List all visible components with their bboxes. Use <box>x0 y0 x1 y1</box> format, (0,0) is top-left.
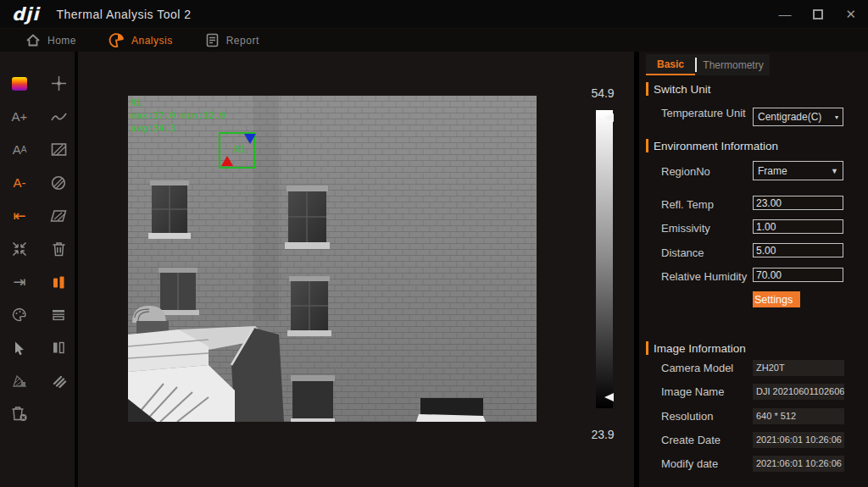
modify-date-label: Modify date <box>661 457 718 470</box>
text-increase-icon[interactable]: A+ <box>0 100 39 133</box>
chevron-down-icon: ▾ <box>835 113 838 121</box>
overlay-region-id: R1 <box>131 97 142 108</box>
isotherm-icon[interactable] <box>0 364 39 397</box>
create-date-label: Create Date <box>661 434 721 446</box>
tab-report[interactable]: Report <box>205 33 259 47</box>
tab-home[interactable]: Home <box>25 33 76 47</box>
temperature-unit-select[interactable]: Centigrade(C) ▾ <box>753 108 843 126</box>
app-window: dji Thermal Analysis Tool 2 — ✕ Home Ana… <box>0 0 868 487</box>
window-2 <box>285 185 330 249</box>
section-image-info: Image Information <box>646 341 746 355</box>
delete-icon[interactable] <box>39 232 78 265</box>
collapse-icon[interactable] <box>0 232 39 265</box>
titlebar: dji Thermal Analysis Tool 2 — ✕ <box>0 0 868 28</box>
refl-temp-input[interactable] <box>753 196 843 210</box>
curve-line-icon[interactable] <box>39 100 78 133</box>
window-1 <box>148 180 191 239</box>
overlay-avg: avg:34.3 <box>131 123 175 134</box>
scale-upper-handle[interactable] <box>604 113 614 122</box>
emissivity-label: Emissivity <box>661 222 710 235</box>
humidity-label: Relative Humidity <box>661 270 747 283</box>
max-temp-marker-icon <box>221 156 233 166</box>
tab-report-label: Report <box>226 35 259 47</box>
refl-temp-label: Refl. Temp <box>661 198 714 211</box>
nav-bar: Home Analysis Report <box>0 28 868 52</box>
scale-max-value: 54.9 <box>584 86 621 100</box>
scale-lower-handle[interactable] <box>604 393 614 401</box>
layer-list-icon[interactable] <box>39 298 78 331</box>
dji-logo: dji <box>12 4 39 25</box>
viewer-area: R1 max:37.0 min:32.0 avg:34.3 R1 54.9 23… <box>78 52 634 487</box>
report-doc-icon <box>205 33 220 47</box>
select-cursor-icon[interactable] <box>0 331 39 364</box>
minimize-button[interactable]: — <box>778 8 791 20</box>
overlay-max: max:37.0 <box>131 110 175 121</box>
window-4 <box>287 276 331 336</box>
region-no-select[interactable]: Frame ▼ <box>753 161 843 180</box>
distance-label: Distance <box>661 246 704 259</box>
create-date-value: 2021:06:01 10:26:06 <box>753 432 844 448</box>
analysis-pie-icon <box>108 32 125 48</box>
distance-input[interactable] <box>753 243 843 257</box>
tool-sidebar: A+ AA A- ⇤ <box>0 52 78 487</box>
window-3 <box>157 268 199 315</box>
settings-panel: Basic Thermometry Switch Unit Temperatur… <box>639 52 868 487</box>
window-6 <box>416 398 486 422</box>
ellipse-roi-icon[interactable] <box>39 166 78 199</box>
tab-basic[interactable]: Basic <box>646 54 695 75</box>
move-to-end-icon[interactable]: ⇥ <box>0 265 39 298</box>
split-compare-icon[interactable] <box>39 265 78 298</box>
camera-model-value: ZH20T <box>753 360 844 376</box>
modify-date-value: 2021:06:01 10:26:06 <box>753 456 844 472</box>
overlay-min: min:32.0 <box>181 110 225 121</box>
text-size-icon[interactable]: AA <box>0 133 39 166</box>
humidity-input[interactable] <box>753 268 843 282</box>
dropdown-arrow-icon: ▼ <box>831 167 838 175</box>
roi-rectangle-r1[interactable]: R1 <box>219 132 255 169</box>
thermal-image[interactable]: R1 max:37.0 min:32.0 avg:34.3 R1 <box>128 96 537 422</box>
image-name-value: DJI 20210601102606 <box>753 384 844 400</box>
app-title: Thermal Analysis Tool 2 <box>56 8 191 21</box>
home-icon <box>25 33 41 47</box>
text-decrease-icon[interactable]: A- <box>0 166 39 199</box>
section-environment: Environment Information <box>646 139 778 152</box>
emissivity-input[interactable] <box>753 219 843 234</box>
clear-all-icon[interactable] <box>0 397 39 430</box>
resolution-label: Resolution <box>661 410 713 423</box>
thermal-photo <box>128 96 537 422</box>
tab-thermometry[interactable]: Thermometry <box>697 54 770 75</box>
temperature-unit-value: Centigrade(C) <box>758 111 821 123</box>
section-switch-unit: Switch Unit <box>646 82 711 96</box>
split-view-icon[interactable] <box>39 331 78 364</box>
region-no-label: RegionNo <box>661 165 710 178</box>
move-to-start-icon[interactable]: ⇤ <box>0 199 39 232</box>
roi-label: R1 <box>234 144 245 155</box>
resolution-value: 640 * 512 <box>753 408 844 424</box>
min-temp-marker-icon <box>244 134 256 144</box>
tab-home-label: Home <box>47 35 76 47</box>
close-button[interactable]: ✕ <box>845 8 856 20</box>
temperature-scale-bar[interactable] <box>596 110 613 408</box>
window-5 <box>291 375 335 422</box>
tab-analysis[interactable]: Analysis <box>108 32 173 48</box>
palette-gradient-icon[interactable] <box>0 67 39 100</box>
camera-model-label: Camera Model <box>661 362 733 374</box>
region-no-value: Frame <box>758 165 787 177</box>
maximize-button[interactable] <box>813 9 823 19</box>
panel-tabstrip: Basic Thermometry <box>646 54 770 75</box>
temperature-unit-label: Temperature Unit <box>661 108 751 120</box>
tab-analysis-label: Analysis <box>131 35 173 47</box>
rect-roi-icon[interactable] <box>39 133 78 166</box>
scale-min-value: 23.9 <box>584 428 621 441</box>
polygon-roi-icon[interactable] <box>39 199 78 232</box>
layers-icon[interactable] <box>39 364 78 397</box>
settings-button[interactable]: Settings <box>753 291 800 307</box>
image-name-label: Image Name <box>661 385 724 398</box>
color-palette-icon[interactable] <box>0 298 39 331</box>
spot-point-icon[interactable] <box>39 67 78 100</box>
